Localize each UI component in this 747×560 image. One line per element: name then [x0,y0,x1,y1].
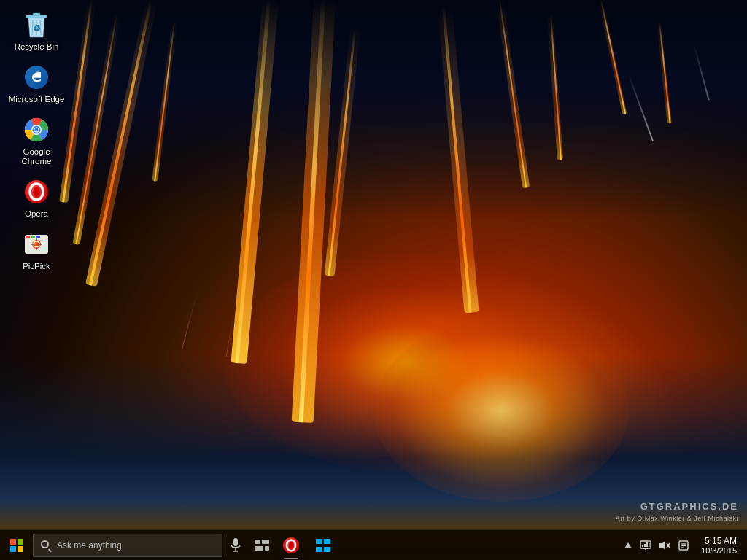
picpick-label: PicPick [23,262,50,272]
taskbar: Ask me anything [0,529,747,560]
svg-rect-24 [36,236,40,238]
clock-date: 10/3/2015 [701,546,737,555]
svg-point-38 [289,542,293,548]
svg-rect-41 [324,539,330,544]
taskbar-app-opera[interactable] [275,530,307,561]
wallpaper: GTGRAPHICS.DE Art by O.Max Winkler & Jef… [0,0,747,560]
desktop-icon-google-chrome[interactable]: Google Chrome [4,111,69,172]
mic-button[interactable] [222,530,249,561]
svg-rect-23 [31,236,35,238]
search-icon [41,540,51,551]
desktop-icon-recycle-bin[interactable]: ♻ Recycle Bin [4,6,69,57]
svg-rect-29 [233,538,238,546]
network-icon [640,540,651,551]
opera-icon [22,177,51,206]
svg-marker-45 [624,542,632,548]
svg-rect-32 [255,540,260,544]
volume-tray-button[interactable] [656,530,673,561]
action-center-button[interactable] [675,530,692,561]
svg-rect-34 [255,546,263,551]
svg-rect-51 [646,542,648,547]
svg-rect-52 [649,543,650,547]
start-button[interactable] [0,530,33,561]
desktop-icon-picpick[interactable]: PicPick [4,225,69,276]
picpick-icon [22,230,51,259]
svg-rect-39 [316,539,322,544]
network-tray-button[interactable] [637,530,654,561]
desktop-icons: ♻ Recycle Bin Microsoft Ed [0,0,73,284]
svg-rect-28 [18,546,23,552]
microphone-icon [231,538,241,553]
desktop-icon-microsoft-edge[interactable]: Microsoft Edge [4,58,69,109]
search-placeholder-text: Ask me anything [57,540,122,551]
volume-icon [659,540,670,551]
svg-rect-22 [26,236,30,238]
edge-label: Microsoft Edge [9,95,65,105]
svg-rect-49 [642,545,643,547]
windows-logo-icon [10,539,23,552]
svg-point-14 [34,187,40,197]
svg-rect-50 [644,544,646,547]
chrome-icon [22,115,51,144]
svg-point-11 [35,128,39,131]
chrome-label: Google Chrome [7,147,66,168]
svg-rect-0 [26,15,47,18]
svg-rect-26 [18,539,23,545]
svg-rect-27 [10,546,16,552]
search-bar[interactable]: Ask me anything [33,534,222,557]
edge-icon [22,63,51,92]
svg-rect-25 [10,539,16,545]
action-center-icon [678,540,689,551]
taskbar-app-windows[interactable] [307,530,339,561]
task-view-button[interactable] [249,530,275,561]
svg-rect-40 [316,547,322,552]
opera-taskbar-icon [282,536,301,555]
windows-taskbar-icon [314,536,333,555]
svg-rect-1 [33,13,40,15]
task-view-icon [255,540,269,551]
recycle-bin-label: Recycle Bin [15,42,59,52]
svg-rect-42 [324,547,330,552]
opera-label: Opera [25,209,48,219]
chevron-up-icon [624,541,632,550]
watermark: GTGRAPHICS.DE Art by O.Max Winkler & Jef… [616,499,738,524]
desktop-icon-opera[interactable]: Opera [4,173,69,224]
svg-rect-33 [262,540,269,544]
clock-time: 5:15 AM [705,536,737,546]
tray-show-hidden-button[interactable] [621,530,635,561]
recycle-bin-icon: ♻ [22,10,51,39]
system-tray: 5:15 AM 10/3/2015 [621,530,747,561]
clock[interactable]: 5:15 AM 10/3/2015 [694,530,744,561]
svg-rect-35 [265,546,269,551]
svg-marker-53 [659,541,665,550]
svg-text:♻: ♻ [33,23,41,34]
